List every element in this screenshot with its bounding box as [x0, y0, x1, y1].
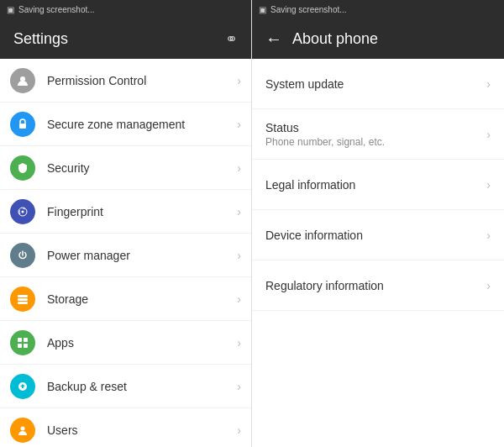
label-users: Users [47, 423, 237, 437]
svg-rect-8 [18, 344, 22, 348]
settings-item-permission[interactable]: Permission Control › [0, 59, 251, 103]
chevron-storage: › [237, 292, 241, 306]
label-storage: Storage [47, 292, 237, 306]
svg-rect-5 [18, 302, 28, 304]
chevron-secure: › [237, 118, 241, 131]
settings-item-apps[interactable]: Apps › [0, 321, 251, 365]
about-list: System update › Status Phone number, sig… [252, 59, 504, 447]
permission-icon-svg [16, 74, 29, 87]
security-icon-svg [16, 161, 29, 175]
chevron-security: › [237, 161, 241, 175]
subtitle-status: Phone number, signal, etc. [265, 136, 486, 148]
content-legal: Legal information [265, 178, 486, 192]
settings-header: Settings ⚭ [0, 18, 251, 59]
settings-item-fingerprint[interactable]: Fingerprint › [0, 190, 251, 234]
icon-backup [10, 374, 35, 399]
title-regulatory: Regulatory information [265, 279, 486, 292]
about-item-status[interactable]: Status Phone number, signal, etc. › [252, 109, 504, 160]
content-system-update: System update [265, 77, 486, 91]
label-fingerprint: Fingerprint [47, 205, 237, 218]
icon-fingerprint [10, 199, 35, 224]
about-item-device[interactable]: Device information › [252, 210, 504, 260]
icon-power [10, 243, 35, 268]
chevron-about-system-update: › [486, 77, 491, 91]
svg-rect-9 [24, 344, 28, 348]
chevron-about-legal: › [486, 178, 491, 192]
about-header: ← About phone [252, 18, 504, 59]
about-item-system-update[interactable]: System update › [252, 59, 504, 109]
right-status-bar: ▣ Saving screenshot... [252, 0, 504, 18]
icon-apps [10, 330, 35, 355]
apps-icon-svg [16, 336, 29, 350]
svg-rect-1 [19, 124, 26, 129]
title-device: Device information [265, 229, 486, 242]
settings-item-security[interactable]: Security › [0, 146, 251, 190]
chevron-apps: › [237, 336, 241, 350]
icon-storage [10, 287, 35, 312]
about-title: About phone [292, 30, 378, 48]
svg-rect-6 [18, 338, 22, 342]
label-permission: Permission Control [47, 74, 237, 87]
title-legal: Legal information [265, 178, 486, 192]
label-security: Security [47, 161, 237, 175]
chevron-backup: › [237, 380, 241, 393]
icon-users [10, 418, 35, 443]
fingerprint-icon-svg [16, 205, 29, 218]
chevron-fingerprint: › [237, 205, 241, 218]
content-status: Status Phone number, signal, etc. [265, 121, 486, 148]
storage-icon-svg [16, 292, 29, 306]
left-status-bar: ▣ Saving screenshot... [0, 0, 251, 18]
icon-secure [10, 112, 35, 137]
chevron-power: › [237, 249, 241, 262]
label-apps: Apps [47, 336, 237, 350]
content-regulatory: Regulatory information [265, 279, 486, 292]
svg-rect-7 [24, 338, 28, 342]
settings-item-secure[interactable]: Secure zone management › [0, 103, 251, 146]
svg-point-10 [21, 426, 25, 430]
users-icon-svg [16, 423, 29, 437]
icon-security [10, 155, 35, 181]
settings-list: Permission Control › Secure zone managem… [0, 59, 251, 447]
screenshot-icon-left: ▣ [7, 5, 14, 14]
right-panel: ▣ Saving screenshot... ← About phone Sys… [252, 0, 504, 447]
back-button[interactable]: ← [265, 29, 282, 49]
about-item-regulatory[interactable]: Regulatory information › [252, 260, 504, 311]
about-item-legal[interactable]: Legal information › [252, 160, 504, 210]
label-backup: Backup & reset [47, 380, 237, 393]
chevron-about-regulatory: › [486, 279, 491, 292]
title-status: Status [265, 121, 486, 134]
content-device: Device information [265, 229, 486, 242]
secure-icon-svg [16, 118, 29, 131]
settings-item-users[interactable]: Users › [0, 408, 251, 447]
settings-title: Settings [13, 30, 68, 48]
right-status-text: Saving screenshot... [270, 5, 347, 14]
settings-item-power[interactable]: Power manager › [0, 234, 251, 277]
chevron-about-status: › [486, 128, 491, 141]
svg-rect-4 [18, 298, 28, 301]
svg-point-2 [22, 210, 24, 213]
settings-item-backup[interactable]: Backup & reset › [0, 365, 251, 408]
power-icon-svg [16, 249, 29, 262]
left-panel: ▣ Saving screenshot... Settings ⚭ Permis… [0, 0, 252, 447]
search-icon[interactable]: ⚭ [225, 29, 238, 48]
label-secure: Secure zone management [47, 118, 237, 131]
left-status-text: Saving screenshot... [18, 5, 95, 14]
settings-item-storage[interactable]: Storage › [0, 277, 251, 321]
backup-icon-svg [16, 380, 29, 393]
chevron-permission: › [237, 74, 241, 87]
label-power: Power manager [47, 249, 237, 262]
chevron-about-device: › [486, 229, 491, 242]
screenshot-icon-right: ▣ [259, 5, 266, 14]
chevron-users: › [237, 423, 241, 437]
svg-rect-3 [18, 295, 28, 297]
title-system-update: System update [265, 77, 486, 91]
icon-permission [10, 68, 35, 93]
